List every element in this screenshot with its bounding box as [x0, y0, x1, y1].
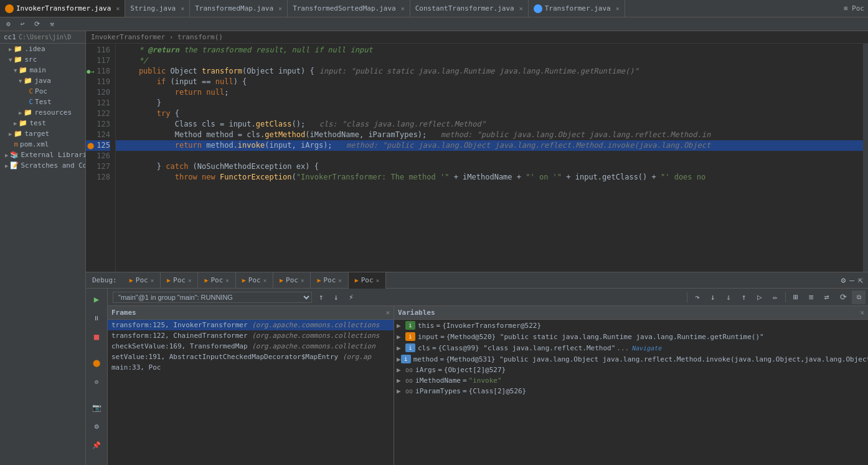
debug-tab-6[interactable]: ▶ Poc ✕: [311, 272, 348, 289]
thread-dropdown[interactable]: "main"@1 in group "main": RUNNING: [113, 292, 312, 303]
debugger-sidebar: ▶ ⏸ ■ ⬤ ⊘ 📷 ⚙ 📌: [86, 289, 108, 465]
var-item-cls[interactable]: ▶ i cls = {Class@99} "class java.lang.re…: [394, 342, 868, 353]
tab-close-0[interactable]: ✕: [116, 5, 120, 12]
toolbar-btn-3[interactable]: ⟳: [32, 19, 42, 29]
collapse-frames-btn[interactable]: ≡: [804, 290, 818, 304]
popup-expand-btn[interactable]: ⧉: [852, 290, 866, 304]
tab-transformed-sorted-map[interactable]: TransformedSortedMap.java ✕: [288, 0, 410, 17]
editor-scrollbar[interactable]: [863, 44, 868, 272]
debug-tab-3[interactable]: ▶ Poc ✕: [198, 272, 235, 289]
var-expand-method[interactable]: ▶: [397, 355, 401, 363]
settings-btn[interactable]: ⚙: [88, 418, 105, 434]
breakpoint-icon: ⬤: [87, 140, 94, 151]
thread-up-btn[interactable]: ↑: [314, 290, 328, 304]
pin-btn[interactable]: 📌: [88, 437, 105, 453]
stop-btn[interactable]: ■: [88, 328, 105, 345]
tab-constant-transformer[interactable]: ConstantTransformer.java ✕: [410, 0, 529, 17]
tab-close-2[interactable]: ✕: [278, 5, 282, 12]
debug-tab-close[interactable]: ✕: [376, 277, 379, 284]
sidebar-item-resources[interactable]: ▶ 📁 resources: [0, 107, 85, 118]
debug-tab-7[interactable]: ▶ Poc ✕: [349, 272, 386, 289]
toolbar-btn-2[interactable]: ↩: [18, 19, 27, 29]
var-expand-iargs[interactable]: ▶: [397, 366, 405, 374]
frame-item-0[interactable]: transform:125, InvokerTransformer (org.a…: [108, 320, 394, 330]
debug-tab-1[interactable]: ▶ Poc ✕: [123, 272, 161, 289]
debug-settings-btn[interactable]: ⚙: [841, 276, 846, 285]
var-expand-this[interactable]: ▶: [397, 322, 405, 330]
frame-item-1[interactable]: transform:122, ChainedTransformer (org.a…: [108, 330, 394, 341]
toolbar-btn-1[interactable]: ⚙: [4, 19, 13, 29]
debug-tab-close[interactable]: ✕: [188, 277, 191, 284]
frame-item-3[interactable]: setValue:191, AbstractInputCheckedMapDec…: [108, 352, 394, 362]
tab-string[interactable]: String.java ✕: [125, 0, 190, 17]
force-step-into-btn[interactable]: ⇓: [722, 290, 735, 304]
var-item-iargs[interactable]: ▶ oo iArgs = {Object[2]@527}: [394, 365, 868, 375]
step-into-btn[interactable]: ↓: [706, 290, 720, 304]
code-content: * @return the transformed result, null i…: [116, 44, 863, 272]
camera-btn[interactable]: 📷: [88, 400, 105, 416]
sidebar-item-main[interactable]: ▼ 📁 main: [0, 65, 85, 75]
thread-down-btn[interactable]: ↓: [329, 290, 343, 304]
sidebar-item-idea[interactable]: ▶ 📁 .idea: [0, 44, 85, 54]
var-item-imethodname[interactable]: ▶ oo iMethodName = "invoke": [394, 375, 868, 386]
frames-panel-close[interactable]: ✕: [385, 309, 390, 317]
debug-tab-label: Poc: [210, 276, 223, 284]
var-expand-cls[interactable]: ▶: [397, 344, 405, 352]
tab-close-4[interactable]: ✕: [519, 5, 523, 12]
sidebar-item-external-libs[interactable]: ▶ 📚 External Libraries: [0, 150, 85, 160]
tab-transformer[interactable]: Transformer.java ✕: [529, 0, 625, 17]
sidebar-item-target[interactable]: ▶ 📁 target: [0, 128, 85, 139]
sidebar-item-scratches[interactable]: ▶ 📝 Scratches and Co: [0, 160, 85, 171]
debug-tab-close[interactable]: ✕: [301, 277, 304, 284]
sidebar-item-label: resources: [34, 108, 72, 117]
debug-tab-close[interactable]: ✕: [225, 277, 229, 284]
toolbar-btn-4[interactable]: ⚒: [47, 19, 57, 29]
sidebar-item-test[interactable]: ▶ 📁 test: [0, 118, 85, 128]
sidebar-item-java[interactable]: ▼ 📁 java: [0, 75, 85, 86]
resume-btn[interactable]: ▶: [88, 291, 105, 307]
debug-maximize-btn[interactable]: ⇱: [858, 276, 863, 285]
tab-close-1[interactable]: ✕: [181, 5, 184, 12]
var-expand-iparamtypes[interactable]: ▶: [397, 387, 405, 395]
sidebar-item-src[interactable]: ▼ 📁 src: [0, 54, 85, 65]
debug-minimize-btn[interactable]: —: [849, 276, 854, 285]
frame-item-2[interactable]: checkSetValue:169, TransformedMap (org.a…: [108, 341, 394, 352]
tab-close-3[interactable]: ✕: [401, 5, 405, 12]
sidebar-item-label: main: [29, 66, 46, 74]
debug-tab-5[interactable]: ▶ Poc ✕: [273, 272, 311, 289]
frames-btn[interactable]: ⊞: [789, 290, 803, 304]
var-item-iparamtypes[interactable]: ▶ oo iParamTypes = {Class[2]@526}: [394, 386, 868, 396]
debug-tab-close[interactable]: ✕: [151, 277, 154, 284]
main-layout: cc1 C:\Users\jin\D ▶ 📁 .idea ▼ 📁 src ▼ 📁…: [0, 31, 868, 465]
pause-btn[interactable]: ⏸: [88, 310, 105, 326]
debug-tab-close[interactable]: ✕: [338, 277, 341, 284]
var-item-input[interactable]: ▶ i input = {Method@520} "public static …: [394, 331, 868, 342]
sidebar-item-label: java: [34, 77, 51, 85]
frame-item-4[interactable]: main:33, Poc: [108, 362, 394, 373]
tab-icon-orange: [5, 4, 14, 13]
run-to-cursor-btn[interactable]: ▷: [753, 290, 767, 304]
thread-filter-btn[interactable]: ⚡: [344, 290, 358, 304]
debug-tab-4[interactable]: ▶ Poc ✕: [236, 272, 273, 289]
tab-close-5[interactable]: ✕: [616, 5, 620, 12]
sidebar-item-test-file[interactable]: ▶ C Test: [0, 97, 85, 107]
refresh-btn[interactable]: ⟳: [836, 290, 850, 304]
view-breakpoints-btn[interactable]: ⬤: [88, 355, 105, 371]
variables-panel-close[interactable]: ✕: [860, 309, 864, 317]
var-item-this[interactable]: ▶ i this = {InvokerTransformer@522}: [394, 320, 868, 331]
mute-breakpoints-btn[interactable]: ⊘: [88, 373, 105, 390]
step-out-btn[interactable]: ↑: [737, 290, 751, 304]
evaluate-btn[interactable]: ✏: [768, 290, 782, 304]
debug-tab-2[interactable]: ▶ Poc ✕: [161, 272, 198, 289]
debug-tab-close[interactable]: ✕: [263, 277, 267, 284]
sidebar-item-poc[interactable]: ▶ C Poc: [0, 86, 85, 97]
sidebar-item-pom[interactable]: ▶ m pom.xml: [0, 139, 85, 150]
var-expand-input[interactable]: ▶: [397, 333, 405, 341]
var-item-method[interactable]: ▶ i method = {Method@531} "public java.l…: [394, 353, 868, 365]
arrow-icon: ▼: [19, 78, 22, 84]
tab-transformed-map[interactable]: TransformedMap.java ✕: [190, 0, 288, 17]
tab-invoker-transformer[interactable]: InvokerTransformer.java ✕: [0, 0, 125, 17]
restore-layout-btn[interactable]: ⇄: [820, 290, 834, 304]
step-over-btn[interactable]: ↷: [691, 290, 704, 304]
var-expand-imethodname[interactable]: ▶: [397, 376, 405, 385]
